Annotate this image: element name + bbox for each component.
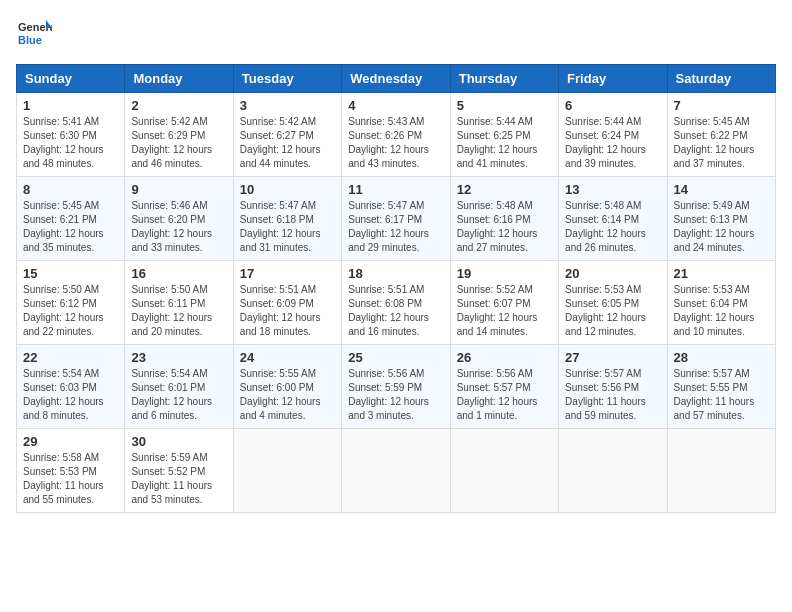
day-number: 4 [348, 98, 443, 113]
day-info: Sunrise: 5:42 AM Sunset: 6:29 PM Dayligh… [131, 115, 226, 171]
day-info: Sunrise: 5:42 AM Sunset: 6:27 PM Dayligh… [240, 115, 335, 171]
day-info: Sunrise: 5:58 AM Sunset: 5:53 PM Dayligh… [23, 451, 118, 507]
calendar-day: 11Sunrise: 5:47 AM Sunset: 6:17 PM Dayli… [342, 177, 450, 261]
day-number: 17 [240, 266, 335, 281]
day-number: 28 [674, 350, 769, 365]
day-info: Sunrise: 5:51 AM Sunset: 6:09 PM Dayligh… [240, 283, 335, 339]
day-number: 10 [240, 182, 335, 197]
day-info: Sunrise: 5:50 AM Sunset: 6:11 PM Dayligh… [131, 283, 226, 339]
calendar-table: SundayMondayTuesdayWednesdayThursdayFrid… [16, 64, 776, 513]
day-info: Sunrise: 5:50 AM Sunset: 6:12 PM Dayligh… [23, 283, 118, 339]
day-info: Sunrise: 5:54 AM Sunset: 6:03 PM Dayligh… [23, 367, 118, 423]
day-info: Sunrise: 5:48 AM Sunset: 6:14 PM Dayligh… [565, 199, 660, 255]
day-info: Sunrise: 5:53 AM Sunset: 6:05 PM Dayligh… [565, 283, 660, 339]
calendar-header-row: SundayMondayTuesdayWednesdayThursdayFrid… [17, 65, 776, 93]
day-info: Sunrise: 5:44 AM Sunset: 6:24 PM Dayligh… [565, 115, 660, 171]
calendar-day: 10Sunrise: 5:47 AM Sunset: 6:18 PM Dayli… [233, 177, 341, 261]
calendar-day: 22Sunrise: 5:54 AM Sunset: 6:03 PM Dayli… [17, 345, 125, 429]
calendar-day [559, 429, 667, 513]
day-info: Sunrise: 5:41 AM Sunset: 6:30 PM Dayligh… [23, 115, 118, 171]
calendar-day: 17Sunrise: 5:51 AM Sunset: 6:09 PM Dayli… [233, 261, 341, 345]
calendar-day [667, 429, 775, 513]
calendar-day: 18Sunrise: 5:51 AM Sunset: 6:08 PM Dayli… [342, 261, 450, 345]
calendar-day: 15Sunrise: 5:50 AM Sunset: 6:12 PM Dayli… [17, 261, 125, 345]
day-info: Sunrise: 5:56 AM Sunset: 5:59 PM Dayligh… [348, 367, 443, 423]
calendar-day: 27Sunrise: 5:57 AM Sunset: 5:56 PM Dayli… [559, 345, 667, 429]
calendar-day: 1Sunrise: 5:41 AM Sunset: 6:30 PM Daylig… [17, 93, 125, 177]
calendar-day: 2Sunrise: 5:42 AM Sunset: 6:29 PM Daylig… [125, 93, 233, 177]
day-number: 5 [457, 98, 552, 113]
calendar-day: 23Sunrise: 5:54 AM Sunset: 6:01 PM Dayli… [125, 345, 233, 429]
calendar-day: 20Sunrise: 5:53 AM Sunset: 6:05 PM Dayli… [559, 261, 667, 345]
day-info: Sunrise: 5:54 AM Sunset: 6:01 PM Dayligh… [131, 367, 226, 423]
day-number: 8 [23, 182, 118, 197]
calendar-day: 19Sunrise: 5:52 AM Sunset: 6:07 PM Dayli… [450, 261, 558, 345]
logo-svg: General Blue [16, 16, 52, 52]
day-number: 7 [674, 98, 769, 113]
calendar-day [233, 429, 341, 513]
day-number: 20 [565, 266, 660, 281]
day-of-week-header: Sunday [17, 65, 125, 93]
day-number: 13 [565, 182, 660, 197]
day-number: 16 [131, 266, 226, 281]
calendar-day: 7Sunrise: 5:45 AM Sunset: 6:22 PM Daylig… [667, 93, 775, 177]
day-info: Sunrise: 5:51 AM Sunset: 6:08 PM Dayligh… [348, 283, 443, 339]
calendar-day: 4Sunrise: 5:43 AM Sunset: 6:26 PM Daylig… [342, 93, 450, 177]
day-info: Sunrise: 5:45 AM Sunset: 6:22 PM Dayligh… [674, 115, 769, 171]
day-info: Sunrise: 5:49 AM Sunset: 6:13 PM Dayligh… [674, 199, 769, 255]
day-info: Sunrise: 5:48 AM Sunset: 6:16 PM Dayligh… [457, 199, 552, 255]
day-info: Sunrise: 5:52 AM Sunset: 6:07 PM Dayligh… [457, 283, 552, 339]
day-of-week-header: Tuesday [233, 65, 341, 93]
day-info: Sunrise: 5:47 AM Sunset: 6:18 PM Dayligh… [240, 199, 335, 255]
day-number: 9 [131, 182, 226, 197]
day-number: 23 [131, 350, 226, 365]
day-of-week-header: Saturday [667, 65, 775, 93]
day-number: 14 [674, 182, 769, 197]
day-number: 22 [23, 350, 118, 365]
calendar-day: 30Sunrise: 5:59 AM Sunset: 5:52 PM Dayli… [125, 429, 233, 513]
calendar-day: 25Sunrise: 5:56 AM Sunset: 5:59 PM Dayli… [342, 345, 450, 429]
day-info: Sunrise: 5:47 AM Sunset: 6:17 PM Dayligh… [348, 199, 443, 255]
day-info: Sunrise: 5:59 AM Sunset: 5:52 PM Dayligh… [131, 451, 226, 507]
calendar-day: 8Sunrise: 5:45 AM Sunset: 6:21 PM Daylig… [17, 177, 125, 261]
calendar-day [342, 429, 450, 513]
calendar-day: 16Sunrise: 5:50 AM Sunset: 6:11 PM Dayli… [125, 261, 233, 345]
day-of-week-header: Wednesday [342, 65, 450, 93]
calendar-day: 24Sunrise: 5:55 AM Sunset: 6:00 PM Dayli… [233, 345, 341, 429]
day-number: 1 [23, 98, 118, 113]
day-of-week-header: Monday [125, 65, 233, 93]
day-info: Sunrise: 5:46 AM Sunset: 6:20 PM Dayligh… [131, 199, 226, 255]
day-number: 12 [457, 182, 552, 197]
day-info: Sunrise: 5:45 AM Sunset: 6:21 PM Dayligh… [23, 199, 118, 255]
logo: General Blue [16, 16, 52, 52]
day-info: Sunrise: 5:57 AM Sunset: 5:55 PM Dayligh… [674, 367, 769, 423]
day-number: 29 [23, 434, 118, 449]
day-number: 6 [565, 98, 660, 113]
calendar-day: 3Sunrise: 5:42 AM Sunset: 6:27 PM Daylig… [233, 93, 341, 177]
day-number: 18 [348, 266, 443, 281]
calendar-day: 9Sunrise: 5:46 AM Sunset: 6:20 PM Daylig… [125, 177, 233, 261]
calendar-day: 6Sunrise: 5:44 AM Sunset: 6:24 PM Daylig… [559, 93, 667, 177]
day-number: 26 [457, 350, 552, 365]
day-info: Sunrise: 5:53 AM Sunset: 6:04 PM Dayligh… [674, 283, 769, 339]
calendar-day [450, 429, 558, 513]
day-number: 21 [674, 266, 769, 281]
day-number: 2 [131, 98, 226, 113]
calendar-day: 13Sunrise: 5:48 AM Sunset: 6:14 PM Dayli… [559, 177, 667, 261]
day-number: 19 [457, 266, 552, 281]
page-header: General Blue [16, 16, 776, 52]
calendar-day: 14Sunrise: 5:49 AM Sunset: 6:13 PM Dayli… [667, 177, 775, 261]
day-info: Sunrise: 5:56 AM Sunset: 5:57 PM Dayligh… [457, 367, 552, 423]
day-info: Sunrise: 5:57 AM Sunset: 5:56 PM Dayligh… [565, 367, 660, 423]
day-number: 27 [565, 350, 660, 365]
day-number: 3 [240, 98, 335, 113]
day-info: Sunrise: 5:44 AM Sunset: 6:25 PM Dayligh… [457, 115, 552, 171]
calendar-day: 5Sunrise: 5:44 AM Sunset: 6:25 PM Daylig… [450, 93, 558, 177]
day-of-week-header: Thursday [450, 65, 558, 93]
day-info: Sunrise: 5:43 AM Sunset: 6:26 PM Dayligh… [348, 115, 443, 171]
day-number: 15 [23, 266, 118, 281]
day-info: Sunrise: 5:55 AM Sunset: 6:00 PM Dayligh… [240, 367, 335, 423]
day-number: 11 [348, 182, 443, 197]
calendar-day: 21Sunrise: 5:53 AM Sunset: 6:04 PM Dayli… [667, 261, 775, 345]
day-number: 25 [348, 350, 443, 365]
